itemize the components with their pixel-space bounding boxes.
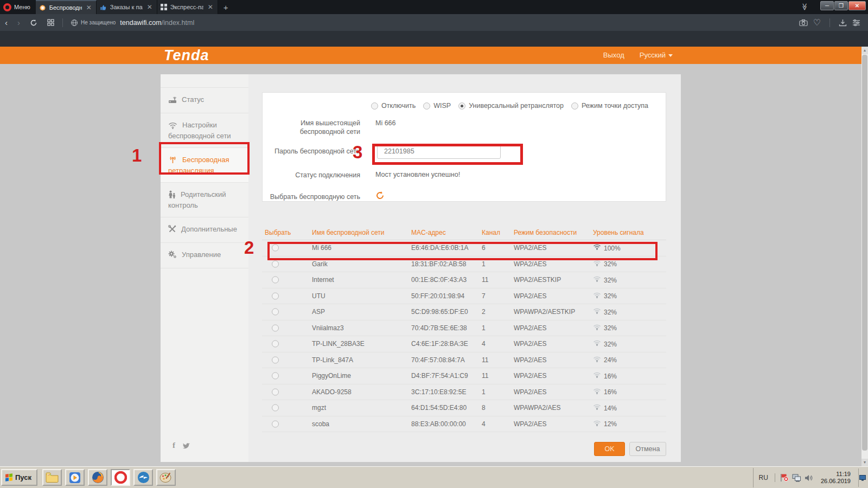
security-label: Не защищено <box>81 20 116 25</box>
cell-channel: 11 <box>482 372 488 380</box>
mode-option-universal-repeater[interactable]: Универсальный ретранслятор <box>458 102 564 110</box>
cell-signal: 32% <box>593 260 617 268</box>
twitter-icon[interactable] <box>182 442 190 449</box>
sidebar-item-administration[interactable]: Управление <box>161 243 248 268</box>
network-select-radio[interactable] <box>272 404 279 412</box>
signal-percent: 12% <box>604 420 617 428</box>
sidebar-item-status[interactable]: Статус <box>161 87 248 113</box>
radio-icon[interactable] <box>571 102 578 110</box>
cell-mac: C4:6E:1F:28:BA:3E <box>411 340 468 348</box>
network-select-radio[interactable] <box>272 420 279 427</box>
show-desktop-button[interactable] <box>858 468 866 487</box>
signal-percent: 16% <box>604 388 617 396</box>
radio-icon[interactable] <box>371 102 378 110</box>
cell-channel: 1 <box>482 260 486 268</box>
settings-sliders-icon[interactable] <box>852 19 860 27</box>
url-text[interactable]: tendawifi.com/index.html <box>120 19 194 27</box>
tab-close-icon[interactable]: ✕ <box>146 3 154 11</box>
downloads-icon[interactable] <box>839 19 847 27</box>
media-player-taskbar-button[interactable] <box>65 469 85 486</box>
network-select-radio[interactable] <box>272 388 279 395</box>
bookmark-heart-icon[interactable]: ♡ <box>813 17 821 28</box>
new-tab-button[interactable]: + <box>218 0 234 14</box>
radio-icon[interactable] <box>423 102 430 110</box>
language-indicator[interactable]: RU <box>759 474 770 481</box>
tab-title: Экспресс-панель <box>170 4 203 10</box>
upstream-ssid-value: Mi 666 <box>375 119 396 136</box>
sidebar-item-label: Родительский контроль <box>168 190 226 209</box>
tray-volume-icon[interactable] <box>805 474 813 482</box>
openoffice-taskbar-button[interactable] <box>133 469 153 486</box>
network-select-radio[interactable] <box>272 324 279 331</box>
logout-link[interactable]: Выход <box>603 51 624 59</box>
signal-percent: 32% <box>604 340 617 348</box>
opera-menu-button[interactable]: Меню <box>0 0 36 14</box>
browser-tab-router[interactable]: Беспроводной маршрутизат ✕ <box>36 0 97 14</box>
openoffice-icon <box>137 471 150 484</box>
tab-close-icon[interactable]: ✕ <box>207 3 214 11</box>
mode-option-ap[interactable]: Режим точки доступа <box>571 102 648 110</box>
window-maximize-button[interactable]: ❐ <box>834 1 848 10</box>
tenda-logo: Tenda <box>164 47 209 64</box>
snapshot-camera-icon[interactable] <box>799 19 808 27</box>
network-select-radio[interactable] <box>272 260 279 267</box>
cell-ssid: mgzt <box>312 404 326 412</box>
wifi-signal-icon <box>593 420 601 428</box>
scroll-up-icon[interactable]: ▲ <box>861 47 868 54</box>
tray-network-icon[interactable] <box>792 474 801 482</box>
window-minimize-button[interactable]: ─ <box>820 1 834 10</box>
forward-icon[interactable]: › <box>12 18 25 27</box>
sidebar-item-label: Статус <box>182 95 204 104</box>
network-select-radio[interactable] <box>272 373 279 380</box>
speed-dial-icon[interactable] <box>42 19 59 26</box>
page-scrollbar[interactable]: ▲ ▼ <box>861 47 868 466</box>
scrollbar-thumb[interactable] <box>862 55 867 451</box>
start-button[interactable]: Пуск <box>1 469 37 486</box>
network-select-radio[interactable] <box>272 292 279 299</box>
table-header: Выбрать Имя беспроводной сети MAC-адрес … <box>262 225 666 240</box>
browser-tab-speeddial[interactable]: Экспресс-панель ✕ <box>157 0 218 14</box>
back-icon[interactable]: ‹ <box>0 18 12 27</box>
sidebar-item-advanced[interactable]: Дополнительные <box>161 217 248 243</box>
sidebar-item-parental-control[interactable]: Родительский контроль <box>161 183 248 217</box>
scroll-down-icon[interactable]: ▼ <box>861 459 868 466</box>
reload-icon[interactable] <box>25 19 42 27</box>
router-status-icon <box>168 96 177 106</box>
cell-security: WPAWPA2/AESTKIP <box>514 308 575 316</box>
refresh-icon[interactable] <box>375 191 385 202</box>
mode-option-wisp[interactable]: WISP <box>423 102 451 110</box>
radio-checked-icon[interactable] <box>458 102 465 110</box>
cell-channel: 11 <box>482 356 488 364</box>
site-security-badge[interactable]: Не защищено <box>66 19 120 27</box>
facebook-icon[interactable]: f <box>173 441 175 450</box>
cell-security: WPA2/AES <box>514 372 546 380</box>
cell-ssid: UTU <box>312 292 326 300</box>
tray-flag-error-icon[interactable] <box>780 473 789 482</box>
network-select-radio[interactable] <box>272 309 279 316</box>
clock-date: 26.06.2019 <box>821 478 851 485</box>
cell-ssid: Internet <box>312 276 334 284</box>
graphics-app-taskbar-button[interactable] <box>156 469 176 486</box>
tab-menu-chevron-icon[interactable]: ≫ <box>801 3 809 10</box>
cell-ssid: AKADO-9258 <box>312 388 352 396</box>
cell-ssid: Vniialmaz3 <box>312 324 344 332</box>
tenda-favicon-icon <box>39 4 46 11</box>
network-select-radio[interactable] <box>272 277 279 284</box>
firefox-taskbar-button[interactable] <box>88 469 107 486</box>
cancel-button[interactable]: Отмена <box>629 442 666 456</box>
folder-icon <box>46 472 59 483</box>
tray-clock[interactable]: 11:19 26.06.2019 <box>818 471 854 485</box>
explorer-taskbar-button[interactable] <box>42 469 62 486</box>
ok-button[interactable]: OK <box>594 442 625 456</box>
tab-close-icon[interactable]: ✕ <box>85 4 93 11</box>
window-close-button[interactable]: ✕ <box>848 1 866 10</box>
browser-tab-orders[interactable]: Заказы к паковке ✕ <box>97 0 157 14</box>
network-select-radio[interactable] <box>272 341 279 348</box>
opera-taskbar-button[interactable] <box>111 469 130 486</box>
language-dropdown[interactable]: Русский <box>640 51 673 59</box>
table-row: scoba88:E3:AB:00:00:004WPA2/AES12% <box>262 416 666 433</box>
mode-option-disable[interactable]: Отключить <box>371 102 416 110</box>
wifi-signal-icon <box>593 388 601 396</box>
network-select-radio[interactable] <box>272 356 279 363</box>
signal-percent: 14% <box>604 404 617 412</box>
